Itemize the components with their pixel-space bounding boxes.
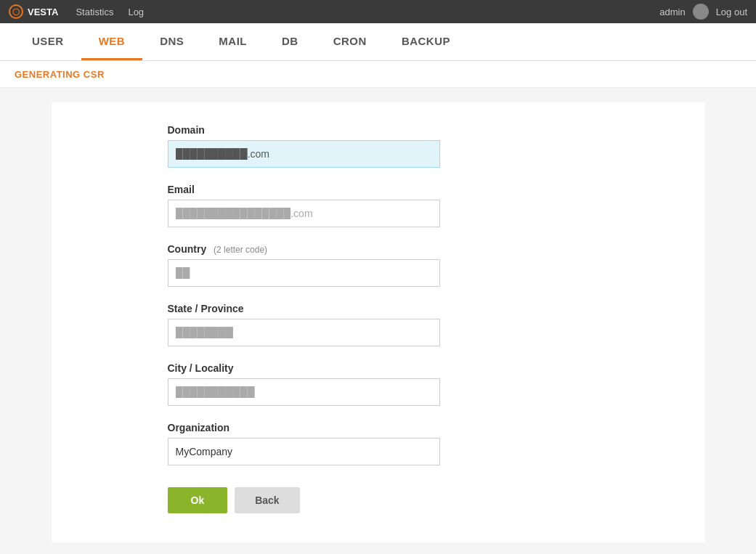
domain-input[interactable] xyxy=(168,140,440,168)
topbar-right: admin Log out xyxy=(659,4,747,20)
nav-cron[interactable]: CRON xyxy=(316,23,384,60)
logo-icon: ◯ xyxy=(9,4,23,19)
email-group: Email xyxy=(168,184,676,227)
org-group: Organization xyxy=(168,422,676,465)
topbar: ◯ VESTA Statistics Log admin Log out xyxy=(0,0,756,23)
logo-text: VESTA xyxy=(28,7,58,17)
breadcrumb: GENERATING CSR xyxy=(15,69,105,80)
avatar xyxy=(693,4,709,20)
org-label: Organization xyxy=(168,422,676,433)
logo: ◯ VESTA xyxy=(9,4,58,19)
ok-button[interactable]: Ok xyxy=(168,487,228,513)
country-label: Country (2 letter code) xyxy=(168,243,676,255)
nav-mail[interactable]: MAIL xyxy=(201,23,264,60)
topbar-nav-log[interactable]: Log xyxy=(122,4,150,20)
topbar-nav-statistics[interactable]: Statistics xyxy=(70,4,119,20)
topbar-nav: Statistics Log xyxy=(70,4,150,20)
country-input[interactable] xyxy=(168,259,440,287)
domain-group: Domain xyxy=(168,124,676,168)
button-row: Ok Back xyxy=(168,487,676,513)
logout-button[interactable]: Log out xyxy=(716,7,747,17)
email-label: Email xyxy=(168,184,676,195)
state-group: State / Province xyxy=(168,303,676,346)
nav-web[interactable]: WEB xyxy=(81,23,143,60)
city-group: City / Locality xyxy=(168,362,676,406)
domain-label: Domain xyxy=(168,124,676,136)
back-button[interactable]: Back xyxy=(235,487,299,513)
main-nav: USER WEB DNS MAIL DB CRON BACKUP xyxy=(0,23,756,61)
city-label: City / Locality xyxy=(168,362,676,374)
city-input[interactable] xyxy=(168,378,440,406)
topbar-username: admin xyxy=(659,7,685,17)
nav-backup[interactable]: BACKUP xyxy=(384,23,468,60)
state-label: State / Province xyxy=(168,303,676,314)
breadcrumb-bar: GENERATING CSR xyxy=(0,61,756,88)
country-hint: (2 letter code) xyxy=(214,245,267,255)
nav-user[interactable]: USER xyxy=(15,23,81,60)
nav-dns[interactable]: DNS xyxy=(142,23,201,60)
email-input[interactable] xyxy=(168,200,440,227)
content-area: Domain Email Country (2 letter code) Sta… xyxy=(52,102,705,542)
country-group: Country (2 letter code) xyxy=(168,243,676,287)
org-input[interactable] xyxy=(168,438,440,465)
state-input[interactable] xyxy=(168,319,440,346)
nav-db[interactable]: DB xyxy=(264,23,316,60)
